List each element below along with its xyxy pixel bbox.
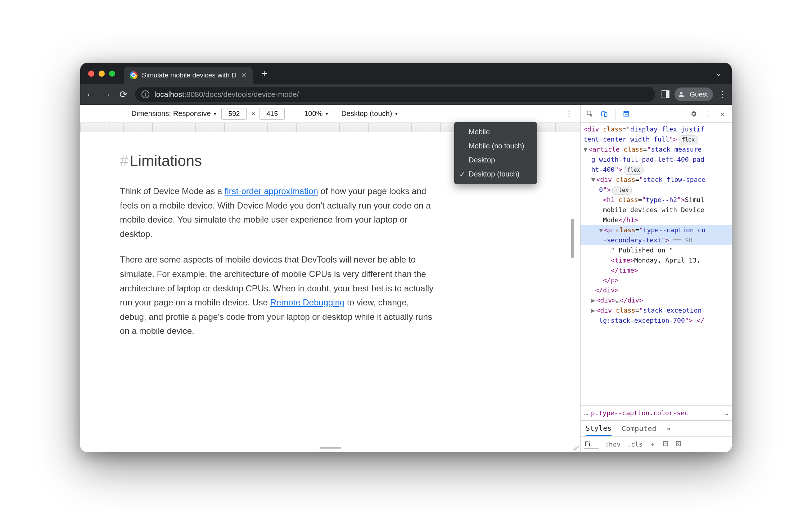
computed-styles-icon[interactable] xyxy=(662,440,669,448)
minimize-window-button[interactable] xyxy=(99,71,105,77)
toggle-rendering-icon[interactable] xyxy=(675,440,682,448)
dropdown-item-desktop-touch[interactable]: Desktop (touch) xyxy=(454,167,537,181)
window-controls xyxy=(88,71,115,77)
devtools-panel: ⋮ ✕ <div class="display-flex justif tent… xyxy=(581,105,732,452)
browser-menu-button[interactable]: ⋮ xyxy=(718,89,727,99)
breadcrumbs[interactable]: … p.type--caption.color-sec … xyxy=(581,405,732,420)
dropdown-item-desktop[interactable]: Desktop xyxy=(454,153,537,167)
dropdown-triangle-icon: ▼ xyxy=(325,111,329,116)
tab-computed[interactable]: Computed xyxy=(622,424,656,433)
styles-toolbar: :hov .cls ＋ xyxy=(581,436,732,452)
side-panel-icon[interactable] xyxy=(662,90,669,98)
selected-dom-node[interactable]: ▼<p class="type--caption co xyxy=(581,225,732,235)
resize-handle-bottom[interactable] xyxy=(320,447,341,449)
url-host: localhost xyxy=(154,90,184,99)
page-paragraph-1: Think of Device Mode as a first-order ap… xyxy=(120,184,437,241)
tab-overflow-button[interactable]: ⌄ xyxy=(716,69,726,78)
resize-handle-corner[interactable] xyxy=(572,443,579,451)
cls-toggle[interactable]: .cls xyxy=(627,440,642,448)
device-toolbar-menu[interactable]: ⋮ xyxy=(565,109,573,118)
close-window-button[interactable] xyxy=(88,71,94,77)
devtools-close-button[interactable]: ✕ xyxy=(717,108,728,120)
device-mode-area: Dimensions: Responsive ▼ × 100% ▼ Deskto… xyxy=(80,105,581,452)
hov-toggle[interactable]: :hov xyxy=(605,440,621,448)
svg-rect-2 xyxy=(605,112,607,116)
dropdown-item-mobile-no-touch[interactable]: Mobile (no touch) xyxy=(454,139,537,153)
throttle-dropdown[interactable]: Desktop (touch) ▼ xyxy=(341,109,398,118)
profile-label: Guest xyxy=(690,90,708,98)
browser-window: Simulate mobile devices with D ✕ + ⌄ ← →… xyxy=(80,63,732,452)
dom-tree[interactable]: <div class="display-flex justif tent-cen… xyxy=(581,123,732,405)
url-path: /docs/devtools/device-mode/ xyxy=(203,90,299,99)
inspect-element-icon[interactable] xyxy=(584,108,596,120)
tab-close-button[interactable]: ✕ xyxy=(241,71,247,80)
browser-toolbar: ← → ⟳ i localhost:8080/docs/devtools/dev… xyxy=(80,84,732,105)
dropdown-triangle-icon: ▼ xyxy=(213,111,217,116)
toolbar-right: Guest ⋮ xyxy=(662,88,727,101)
profile-chip[interactable]: Guest xyxy=(675,88,713,101)
link-remote-debugging[interactable]: Remote Debugging xyxy=(270,297,345,307)
height-input[interactable] xyxy=(260,108,285,120)
devtools-menu-button[interactable]: ⋮ xyxy=(702,108,714,120)
maximize-window-button[interactable] xyxy=(109,71,115,77)
chrome-favicon-icon xyxy=(130,71,137,79)
url-port: :8080 xyxy=(184,90,203,99)
titlebar: Simulate mobile devices with D ✕ + ⌄ xyxy=(80,63,732,84)
device-toggle-icon[interactable] xyxy=(599,108,610,120)
link-first-order[interactable]: first-order approximation xyxy=(225,186,318,196)
back-button[interactable]: ← xyxy=(85,89,95,100)
browser-tab[interactable]: Simulate mobile devices with D ✕ xyxy=(124,67,253,84)
forward-button[interactable]: → xyxy=(102,89,112,100)
site-info-icon[interactable]: i xyxy=(141,90,149,98)
page-paragraph-2: There are some aspects of mobile devices… xyxy=(120,252,437,338)
reload-button[interactable]: ⟳ xyxy=(118,89,128,100)
scrollbar[interactable] xyxy=(571,219,574,258)
new-style-rule-button[interactable]: ＋ xyxy=(649,440,656,449)
elements-panel-icon[interactable] xyxy=(621,108,632,120)
dimensions-dropdown[interactable]: Dimensions: Responsive ▼ xyxy=(131,109,217,118)
width-input[interactable] xyxy=(221,108,247,120)
svg-rect-3 xyxy=(663,442,668,446)
device-toolbar: Dimensions: Responsive ▼ × 100% ▼ Deskto… xyxy=(80,105,580,123)
styles-filter-input[interactable] xyxy=(584,440,599,449)
content-row: Dimensions: Responsive ▼ × 100% ▼ Deskto… xyxy=(80,105,732,452)
devtools-toolbar: ⋮ ✕ xyxy=(581,105,732,123)
settings-icon[interactable] xyxy=(688,108,699,120)
address-bar[interactable]: i localhost:8080/docs/devtools/device-mo… xyxy=(135,87,655,102)
dropdown-item-mobile[interactable]: Mobile xyxy=(454,125,537,139)
device-type-dropdown: Mobile Mobile (no touch) Desktop Desktop… xyxy=(454,122,537,184)
breadcrumb-node[interactable]: p.type--caption.color-sec xyxy=(591,409,689,417)
styles-tab-bar: Styles Computed » xyxy=(581,420,732,436)
dropdown-triangle-icon: ▼ xyxy=(394,111,398,116)
avatar-icon xyxy=(676,89,687,100)
svg-rect-4 xyxy=(676,442,681,446)
hash-icon: # xyxy=(120,152,128,169)
tab-title: Simulate mobile devices with D xyxy=(142,71,236,79)
new-tab-button[interactable]: + xyxy=(261,68,267,79)
zoom-dropdown[interactable]: 100% ▼ xyxy=(304,109,329,118)
tab-styles[interactable]: Styles xyxy=(586,424,612,436)
times-label: × xyxy=(251,109,255,118)
tabs-overflow[interactable]: » xyxy=(667,424,671,433)
